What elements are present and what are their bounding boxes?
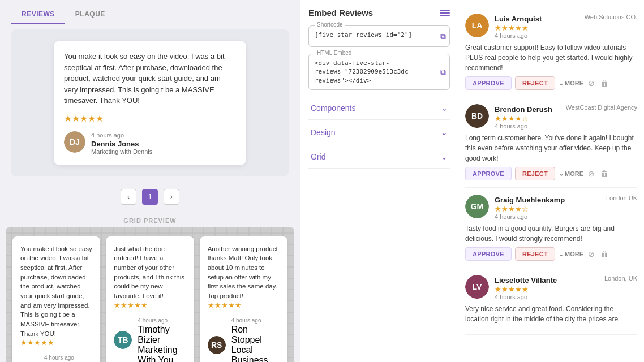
- chevron-down-icon: ⌄: [441, 152, 448, 161]
- cancel-icon[interactable]: ⊘: [587, 168, 596, 179]
- more-button[interactable]: ⌄ MORE: [559, 170, 583, 178]
- table-row: LV Lieselotte Villante London, UK ★★★★★ …: [465, 268, 637, 335]
- reject-button[interactable]: REJECT: [515, 167, 555, 180]
- accordion-grid: Grid ⌄: [308, 145, 450, 169]
- accordion-grid-header[interactable]: Grid ⌄: [308, 145, 450, 169]
- cancel-icon[interactable]: ⊘: [587, 248, 596, 260]
- accordion-components: Components ⌄: [308, 97, 450, 120]
- embed-header: Embed Reviews: [308, 8, 450, 18]
- accordion-design-header[interactable]: Design ⌄: [308, 121, 450, 144]
- cancel-icon[interactable]: ⊘: [587, 77, 596, 89]
- review-body: Long term customer here. You've done it …: [465, 133, 637, 163]
- left-panel: REVIEWS PLAQUE You make it look so easy …: [0, 0, 300, 362]
- accordion-design: Design ⌄: [308, 121, 450, 144]
- avatar: BD: [465, 104, 489, 128]
- review-body: Tasty food in a good quantity. Burgers a…: [465, 223, 637, 244]
- reviewer-org: London, UK: [604, 275, 637, 282]
- tabs-bar: REVIEWS PLAQUE: [0, 0, 300, 24]
- delete-icon[interactable]: 🗑: [599, 168, 609, 179]
- components-label: Components: [311, 104, 355, 113]
- chevron-down-icon: ⌄: [441, 128, 448, 137]
- table-row: GM Graig Muehlenkamp London UK ★★★★☆ 4 h…: [465, 188, 637, 268]
- copy-shortcode-button[interactable]: ⧉: [440, 32, 446, 41]
- review-time: 4 hours ago: [495, 213, 637, 220]
- next-page-button[interactable]: ›: [164, 189, 179, 205]
- author-name: Dennis Jones: [91, 140, 152, 148]
- more-button[interactable]: ⌄ MORE: [559, 80, 583, 87]
- html-embed-value: <div data-five-star-reviews="72302909e51…: [309, 54, 449, 89]
- accordion-components-header[interactable]: Components ⌄: [308, 97, 450, 120]
- avatar: LV: [465, 275, 489, 299]
- approve-button[interactable]: APPROVE: [465, 167, 512, 180]
- review-author: DJ 4 hours ago Dennis Jones Marketing wi…: [64, 130, 236, 155]
- list-item: Just what the doc ordered! I have a numb…: [106, 236, 194, 363]
- tab-plaque[interactable]: PLAQUE: [65, 6, 115, 24]
- shortcode-value: [five_star_reviews id="2"]: [309, 26, 449, 46]
- grid-label: Grid: [311, 152, 325, 161]
- table-row: LA Luis Arnquist Web Solutions CO. ★★★★★…: [465, 7, 637, 97]
- time-ago: 4 hours ago: [91, 132, 152, 139]
- design-label: Design: [311, 128, 336, 137]
- menu-icon[interactable]: [440, 10, 450, 16]
- delete-icon[interactable]: 🗑: [599, 248, 609, 260]
- html-embed-field: HTML Embed <div data-five-star-reviews="…: [308, 54, 450, 90]
- review-body: Very nice service and great food. Consid…: [465, 304, 637, 324]
- delete-icon[interactable]: 🗑: [599, 77, 609, 89]
- star-rating: ★★★★☆: [495, 205, 637, 213]
- reviewer-org: London UK: [606, 195, 637, 201]
- html-embed-label: HTML Embed: [315, 50, 354, 56]
- avatar: DJ: [64, 131, 85, 153]
- review-text: You make it look so easy on the video, I…: [64, 51, 236, 106]
- review-time: 4 hours ago: [495, 123, 637, 130]
- page-1-button[interactable]: 1: [142, 189, 158, 205]
- chevron-down-icon: ⌄: [441, 104, 448, 113]
- reject-button[interactable]: REJECT: [515, 247, 555, 261]
- reviewer-name: Luis Arnquist: [495, 15, 542, 23]
- table-row: BD Brendon Derush WestCoast Digital Agen…: [465, 97, 637, 188]
- review-body: Great customer support! Easy to follow v…: [465, 42, 637, 73]
- prev-page-button[interactable]: ‹: [121, 189, 136, 205]
- list-item: You make it look so easy on the video, I…: [12, 236, 100, 363]
- pagination: ‹ 1 ›: [0, 182, 300, 212]
- reviewer-name: Brendon Derush: [495, 105, 552, 114]
- reviewer-org: WestCoast Digital Agency: [566, 104, 637, 111]
- avatar: GM: [465, 195, 489, 218]
- reviewer-name: Graig Muehlenkamp: [495, 196, 565, 204]
- star-rating: ★★★★★: [64, 113, 236, 124]
- review-actions: APPROVE REJECT ⌄ MORE ⊘ 🗑: [465, 167, 637, 180]
- star-rating: ★★★★★: [495, 24, 637, 32]
- review-actions: APPROVE REJECT ⌄ MORE ⊘ 🗑: [465, 76, 637, 90]
- reviewer-org: Web Solutions CO.: [585, 14, 637, 20]
- list-item: Another winning product thanks Matt! Onl…: [200, 236, 287, 363]
- approve-button[interactable]: APPROVE: [465, 76, 512, 90]
- star-rating: ★★★★★: [495, 285, 637, 294]
- review-time: 4 hours ago: [495, 32, 637, 39]
- reviewer-name: Lieselotte Villante: [495, 276, 557, 285]
- middle-panel: Embed Reviews Shortcode [five_star_revie…: [300, 0, 458, 362]
- right-panel: LA Luis Arnquist Web Solutions CO. ★★★★★…: [458, 0, 644, 362]
- tab-reviews[interactable]: REVIEWS: [11, 6, 65, 24]
- embed-title: Embed Reviews: [308, 8, 373, 18]
- grid-cards: You make it look so easy on the video, I…: [12, 236, 287, 363]
- shortcode-label: Shortcode: [315, 21, 345, 28]
- grid-preview: You make it look so easy on the video, I…: [6, 227, 294, 363]
- more-button[interactable]: ⌄ MORE: [559, 251, 583, 258]
- review-actions: APPROVE REJECT ⌄ MORE ⊘ 🗑: [465, 247, 637, 261]
- reject-button[interactable]: REJECT: [515, 76, 555, 90]
- carousel-area: You make it look so easy on the video, I…: [11, 29, 289, 176]
- shortcode-field: Shortcode [five_star_reviews id="2"] ⧉: [308, 25, 450, 47]
- review-card: You make it look so easy on the video, I…: [54, 41, 246, 165]
- avatar: LA: [465, 14, 489, 37]
- star-rating: ★★★★☆: [495, 114, 637, 123]
- copy-html-button[interactable]: ⧉: [440, 67, 446, 77]
- review-time: 4 hours ago: [495, 294, 637, 300]
- grid-preview-label: GRID PREVIEW: [0, 212, 300, 227]
- author-role: Marketing with Dennis: [91, 148, 152, 155]
- approve-button[interactable]: APPROVE: [465, 247, 512, 261]
